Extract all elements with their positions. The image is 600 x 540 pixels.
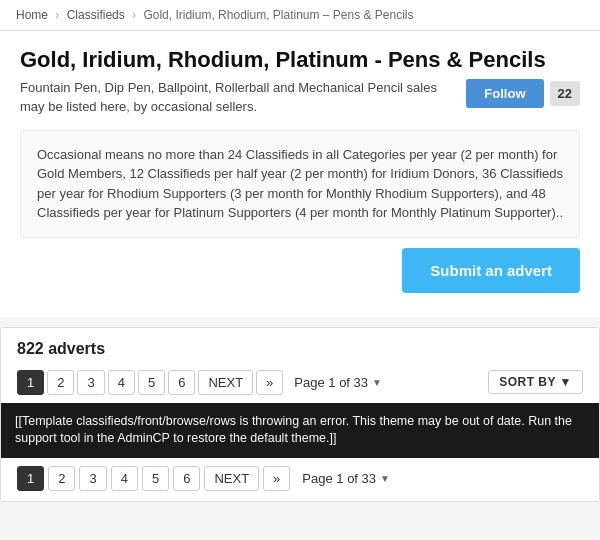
- page-btn-5-top[interactable]: 5: [138, 370, 165, 395]
- description-box: Occasional means no more than 24 Classif…: [20, 130, 580, 238]
- page-dropdown-arrow-bottom: ▼: [380, 473, 390, 484]
- page-title: Gold, Iridium, Rhodium, Platinum - Pens …: [20, 47, 580, 73]
- subtitle-text: Fountain Pen, Dip Pen, Ballpoint, Roller…: [20, 79, 456, 115]
- page-btn-2-bottom[interactable]: 2: [48, 466, 75, 491]
- page-dropdown-arrow-top: ▼: [372, 377, 382, 388]
- next-arrow-top[interactable]: »: [256, 370, 283, 395]
- next-arrow-bottom[interactable]: »: [263, 466, 290, 491]
- adverts-count: 822 adverts: [1, 328, 599, 364]
- follow-button[interactable]: Follow: [466, 79, 543, 108]
- breadcrumb-classifieds[interactable]: Classifieds: [67, 8, 125, 22]
- page-btn-1-bottom[interactable]: 1: [17, 466, 44, 491]
- breadcrumb-sep-1: ›: [55, 8, 59, 22]
- follow-count: 22: [550, 81, 580, 106]
- page-btn-3-bottom[interactable]: 3: [79, 466, 106, 491]
- page-info-text-bottom: Page 1 of 33: [302, 471, 376, 486]
- breadcrumb-home[interactable]: Home: [16, 8, 48, 22]
- breadcrumb-sep-2: ›: [132, 8, 136, 22]
- page-btn-1-top[interactable]: 1: [17, 370, 44, 395]
- pagination-bottom: 1 2 3 4 5 6 NEXT » Page 1 of 33 ▼: [1, 458, 599, 501]
- pagination-top: 1 2 3 4 5 6 NEXT » Page 1 of 33 ▼ SORT B…: [1, 364, 599, 403]
- subtitle-row: Fountain Pen, Dip Pen, Ballpoint, Roller…: [20, 79, 580, 115]
- page-btn-2-top[interactable]: 2: [47, 370, 74, 395]
- description-text: Occasional means no more than 24 Classif…: [37, 147, 563, 221]
- next-btn-bottom[interactable]: NEXT: [204, 466, 259, 491]
- page-btn-4-bottom[interactable]: 4: [111, 466, 138, 491]
- adverts-section: 822 adverts 1 2 3 4 5 6 NEXT » Page 1 of…: [0, 327, 600, 502]
- page-btn-4-top[interactable]: 4: [108, 370, 135, 395]
- page-info-text-top: Page 1 of 33: [294, 375, 368, 390]
- page-btn-5-bottom[interactable]: 5: [142, 466, 169, 491]
- follow-area: Follow 22: [466, 79, 580, 108]
- submit-advert-button[interactable]: Submit an advert: [402, 248, 580, 293]
- sort-button[interactable]: SORT BY ▼: [488, 370, 583, 394]
- page-info-top[interactable]: Page 1 of 33 ▼: [294, 375, 382, 390]
- page-btn-6-top[interactable]: 6: [168, 370, 195, 395]
- submit-btn-row: Submit an advert: [20, 248, 580, 293]
- breadcrumb: Home › Classifieds › Gold, Iridium, Rhod…: [0, 0, 600, 31]
- main-content: Gold, Iridium, Rhodium, Platinum - Pens …: [0, 31, 600, 317]
- breadcrumb-current: Gold, Iridium, Rhodium, Platinum – Pens …: [143, 8, 413, 22]
- page-info-bottom[interactable]: Page 1 of 33 ▼: [302, 471, 390, 486]
- error-message: [[Template classifieds/front/browse/rows…: [15, 414, 572, 446]
- error-banner: [[Template classifieds/front/browse/rows…: [1, 403, 599, 458]
- next-btn-top[interactable]: NEXT: [198, 370, 253, 395]
- page-btn-6-bottom[interactable]: 6: [173, 466, 200, 491]
- pagination-left-top: 1 2 3 4 5 6 NEXT » Page 1 of 33 ▼: [17, 370, 390, 395]
- page-btn-3-top[interactable]: 3: [77, 370, 104, 395]
